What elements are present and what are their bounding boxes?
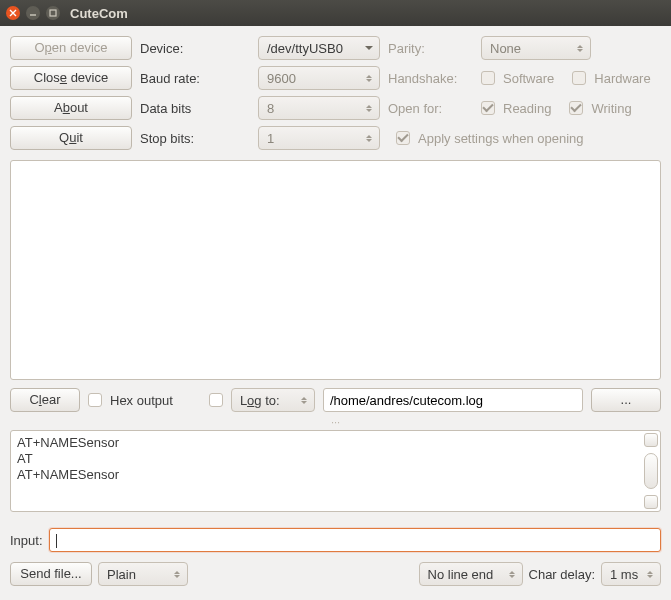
scroll-up-button[interactable]	[644, 433, 658, 447]
spinner-arrows-icon	[646, 571, 654, 578]
browse-log-button[interactable]: ...	[591, 388, 661, 412]
char-delay-value: 1 ms	[610, 567, 638, 582]
spinner-arrows-icon	[365, 135, 373, 142]
databits-combo[interactable]: 8	[258, 96, 380, 120]
stopbits-label: Stop bits:	[140, 131, 250, 146]
splitter-handle[interactable]: ···	[10, 416, 661, 428]
openfor-label: Open for:	[388, 101, 473, 116]
writing-label: Writing	[591, 101, 631, 116]
log-mode-combo[interactable]: Log to:	[231, 388, 315, 412]
svg-rect-0	[50, 10, 56, 16]
list-item[interactable]: AT	[17, 451, 654, 467]
spinner-arrows-icon	[508, 571, 516, 578]
parity-combo[interactable]: None	[481, 36, 591, 60]
log-checkbox[interactable]	[209, 393, 223, 407]
quit-button[interactable]: Quit	[10, 126, 132, 150]
about-button[interactable]: About	[10, 96, 132, 120]
device-value: /dev/ttyUSB0	[267, 41, 343, 56]
send-mode-value: Plain	[107, 567, 136, 582]
spinner-arrows-icon	[365, 75, 373, 82]
log-file-input[interactable]	[323, 388, 583, 412]
spinner-arrows-icon	[300, 397, 308, 404]
line-end-value: No line end	[428, 567, 494, 582]
reading-checkbox[interactable]	[481, 101, 495, 115]
send-mode-combo[interactable]: Plain	[98, 562, 188, 586]
hex-output-label: Hex output	[110, 393, 173, 408]
baud-combo[interactable]: 9600	[258, 66, 380, 90]
software-checkbox[interactable]	[481, 71, 495, 85]
hardware-checkbox[interactable]	[572, 71, 586, 85]
window-close-button[interactable]	[6, 6, 20, 20]
hex-output-checkbox[interactable]	[88, 393, 102, 407]
baud-label: Baud rate:	[140, 71, 250, 86]
char-delay-spin[interactable]: 1 ms	[601, 562, 661, 586]
input-label: Input:	[10, 533, 43, 548]
device-label: Device:	[140, 41, 250, 56]
window-controls	[6, 6, 60, 20]
apply-label: Apply settings when opening	[418, 131, 584, 146]
window-maximize-button[interactable]	[46, 6, 60, 20]
stopbits-value: 1	[267, 131, 274, 146]
spinner-arrows-icon	[576, 45, 584, 52]
chevron-down-icon	[365, 46, 373, 50]
databits-value: 8	[267, 101, 274, 116]
char-delay-label: Char delay:	[529, 567, 595, 582]
clear-button[interactable]: Clear	[10, 388, 80, 412]
writing-checkbox[interactable]	[569, 101, 583, 115]
spinner-arrows-icon	[365, 105, 373, 112]
close-device-button[interactable]: Close device	[10, 66, 132, 90]
software-label: Software	[503, 71, 554, 86]
parity-label: Parity:	[388, 41, 473, 56]
titlebar: CuteCom	[0, 0, 671, 26]
line-end-combo[interactable]: No line end	[419, 562, 523, 586]
reading-label: Reading	[503, 101, 551, 116]
scroll-down-button[interactable]	[644, 495, 658, 509]
window-title: CuteCom	[70, 6, 128, 21]
parity-value: None	[490, 41, 521, 56]
window-minimize-button[interactable]	[26, 6, 40, 20]
hardware-label: Hardware	[594, 71, 650, 86]
spinner-arrows-icon	[173, 571, 181, 578]
open-device-button[interactable]: Open device	[10, 36, 132, 60]
output-textarea[interactable]	[10, 160, 661, 380]
text-cursor-icon	[56, 534, 57, 548]
handshake-label: Handshake:	[388, 71, 473, 86]
apply-checkbox[interactable]	[396, 131, 410, 145]
list-item[interactable]: AT+NAMESensor	[17, 467, 654, 483]
history-list[interactable]: AT+NAMESensor AT AT+NAMESensor	[10, 430, 661, 512]
device-combo[interactable]: /dev/ttyUSB0	[258, 36, 380, 60]
scrollbar[interactable]	[644, 433, 658, 509]
list-item[interactable]: AT+NAMESensor	[17, 435, 654, 451]
baud-value: 9600	[267, 71, 296, 86]
scroll-thumb[interactable]	[644, 453, 658, 489]
databits-label: Data bits	[140, 101, 250, 116]
command-input[interactable]	[49, 528, 661, 552]
stopbits-combo[interactable]: 1	[258, 126, 380, 150]
send-file-button[interactable]: Send file...	[10, 562, 92, 586]
